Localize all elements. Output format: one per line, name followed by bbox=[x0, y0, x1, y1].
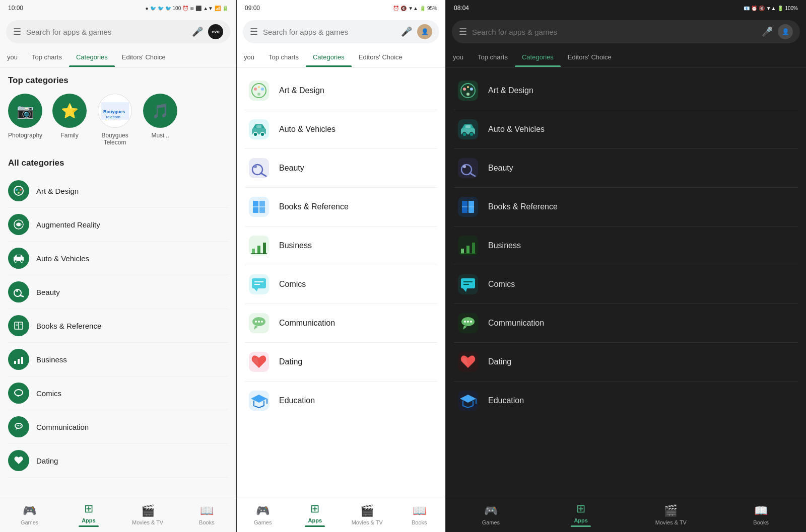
art-design-icon bbox=[13, 185, 24, 196]
list-item-books-1[interactable]: Books & Reference bbox=[8, 309, 228, 343]
tab-categories-3[interactable]: Categories bbox=[515, 47, 561, 67]
tab-for-you-1[interactable]: you bbox=[0, 47, 25, 67]
nav-games-3[interactable]: 🎮 Games bbox=[446, 497, 536, 532]
top-cat-bouygues[interactable]: Bouygues Telecom Bouygues Telecom bbox=[97, 94, 133, 146]
svg-line-14 bbox=[20, 295, 23, 296]
svg-point-78 bbox=[469, 132, 474, 136]
search-bar-2[interactable]: ☰ 🎤 👤 bbox=[243, 20, 439, 43]
tab-categories-2[interactable]: Categories bbox=[306, 47, 352, 67]
list-item-communication-1[interactable]: Communication bbox=[8, 410, 228, 444]
nav-movies-2[interactable]: 🎬 Movies & TV bbox=[341, 497, 393, 532]
list-item-business-2[interactable]: Business bbox=[237, 226, 445, 265]
nav-games-1[interactable]: 🎮 Games bbox=[0, 497, 59, 532]
list-item-dating-3[interactable]: Dating bbox=[446, 343, 806, 381]
bottom-nav-1: 🎮 Games ⊞ Apps 🎬 Movies & TV 📖 Books bbox=[0, 497, 236, 532]
list-item-business-3[interactable]: Business bbox=[446, 226, 806, 265]
list-item-communication-3[interactable]: Communication bbox=[446, 304, 806, 342]
list-item-communication-2[interactable]: Communication bbox=[237, 304, 445, 342]
search-bar-1[interactable]: ☰ 🎤 evo bbox=[6, 20, 230, 43]
tab-editors-choice-2[interactable]: Editors' Choice bbox=[352, 47, 410, 67]
top-cat-family[interactable]: ⭐ Family bbox=[52, 94, 87, 146]
nav-movies-3[interactable]: 🎬 Movies & TV bbox=[626, 497, 716, 532]
tab-top-charts-3[interactable]: Top charts bbox=[471, 47, 515, 67]
avatar-3[interactable]: 👤 bbox=[778, 24, 793, 39]
games-nav-label-3: Games bbox=[482, 519, 500, 525]
svg-rect-95 bbox=[461, 278, 475, 288]
svg-point-38 bbox=[253, 132, 257, 136]
cat-icon-dating-1 bbox=[8, 450, 29, 471]
svg-point-4 bbox=[16, 189, 18, 191]
nav-apps-3[interactable]: ⊞ Apps bbox=[536, 497, 626, 532]
cat-icon-books-1 bbox=[8, 315, 29, 336]
list-item-business-1[interactable]: Business bbox=[8, 343, 228, 376]
hamburger-icon-2[interactable]: ☰ bbox=[250, 26, 258, 37]
list-item-beauty-3[interactable]: Beauty bbox=[446, 149, 806, 187]
top-cat-music[interactable]: 🎵 Musi... bbox=[143, 94, 177, 146]
search-input-1[interactable] bbox=[26, 28, 187, 36]
cat-label-dating-1: Dating bbox=[36, 457, 58, 465]
list-item-art-3[interactable]: Art & Design bbox=[446, 71, 806, 110]
hamburger-icon-3[interactable]: ☰ bbox=[459, 26, 467, 37]
list-item-education-2[interactable]: Education bbox=[237, 382, 445, 420]
tab-for-you-3[interactable]: you bbox=[446, 47, 471, 67]
svg-rect-80 bbox=[458, 158, 478, 178]
mic-icon-3[interactable]: 🎤 bbox=[762, 26, 773, 37]
icon-art-3 bbox=[458, 81, 478, 101]
svg-point-35 bbox=[258, 86, 260, 88]
apps-nav-icon-3: ⊞ bbox=[576, 502, 585, 515]
svg-point-103 bbox=[467, 321, 469, 323]
list-item-ar-1[interactable]: Augmented Reality bbox=[8, 208, 228, 242]
nav-books-1[interactable]: 📖 Books bbox=[177, 497, 236, 532]
top-cat-photography[interactable]: 📷 Photography bbox=[8, 94, 42, 146]
tab-editors-choice-1[interactable]: Editors' Choice bbox=[115, 47, 173, 67]
auto-vehicles-svg-2 bbox=[249, 119, 269, 139]
list-item-art-design-1[interactable]: Art & Design bbox=[8, 174, 228, 208]
list-item-auto-1[interactable]: Auto & Vehicles bbox=[8, 242, 228, 275]
list-item-comics-1[interactable]: Comics bbox=[8, 376, 228, 410]
tab-top-charts-2[interactable]: Top charts bbox=[261, 47, 306, 67]
tab-editors-choice-3[interactable]: Editors' Choice bbox=[561, 47, 619, 67]
art-design-svg-2 bbox=[249, 81, 269, 101]
list-item-education-3[interactable]: Education bbox=[446, 382, 806, 420]
list-item-comics-3[interactable]: Comics bbox=[446, 265, 806, 303]
avatar-2[interactable]: 👤 bbox=[417, 24, 432, 39]
svg-point-8 bbox=[17, 223, 20, 226]
nav-apps-1[interactable]: ⊞ Apps bbox=[59, 497, 118, 532]
nav-books-2[interactable]: 📖 Books bbox=[393, 497, 446, 532]
avatar-1[interactable]: evo bbox=[208, 24, 223, 39]
search-input-2[interactable] bbox=[263, 28, 396, 36]
mic-icon-1[interactable]: 🎤 bbox=[192, 26, 203, 37]
nav-apps-2[interactable]: ⊞ Apps bbox=[289, 497, 342, 532]
nav-games-2[interactable]: 🎮 Games bbox=[237, 497, 289, 532]
list-item-books-3[interactable]: Books & Reference bbox=[446, 188, 806, 226]
list-item-beauty-1[interactable]: Beauty bbox=[8, 275, 228, 309]
list-item-beauty-2[interactable]: Beauty bbox=[237, 149, 445, 187]
mic-icon-2[interactable]: 🎤 bbox=[401, 26, 412, 37]
nav-books-3[interactable]: 📖 Books bbox=[716, 497, 806, 532]
icon-communication-3 bbox=[458, 313, 478, 333]
list-item-books-2[interactable]: Books & Reference bbox=[237, 188, 445, 226]
svg-rect-40 bbox=[256, 125, 261, 128]
tab-top-charts-1[interactable]: Top charts bbox=[25, 47, 69, 67]
search-bar-3[interactable]: ☰ 🎤 👤 bbox=[452, 20, 800, 43]
list-item-art-2[interactable]: Art & Design bbox=[237, 71, 445, 110]
nav-movies-1[interactable]: 🎬 Movies & TV bbox=[118, 497, 177, 532]
list-item-comics-2[interactable]: Comics bbox=[237, 265, 445, 303]
cat-dark-label-beauty-3: Beauty bbox=[488, 164, 513, 173]
icon-auto-3 bbox=[458, 119, 478, 139]
cat-label-auto-1: Auto & Vehicles bbox=[36, 254, 89, 263]
hamburger-icon-1[interactable]: ☰ bbox=[13, 26, 21, 37]
tab-for-you-2[interactable]: you bbox=[237, 47, 261, 67]
list-item-dating-1[interactable]: Dating bbox=[8, 444, 228, 478]
svg-rect-56 bbox=[252, 278, 266, 288]
svg-point-44 bbox=[254, 165, 257, 168]
list-item-auto-2[interactable]: Auto & Vehicles bbox=[237, 110, 445, 148]
tab-categories-1[interactable]: Categories bbox=[69, 47, 115, 67]
icon-business-3 bbox=[458, 236, 478, 256]
search-input-3[interactable] bbox=[472, 28, 757, 36]
books-nav-icon-2: 📖 bbox=[413, 504, 426, 517]
list-item-dating-2[interactable]: Dating bbox=[237, 343, 445, 381]
list-item-auto-3[interactable]: Auto & Vehicles bbox=[446, 110, 806, 148]
games-nav-label-1: Games bbox=[21, 519, 38, 525]
cat-dark-label-dating-3: Dating bbox=[488, 357, 511, 366]
